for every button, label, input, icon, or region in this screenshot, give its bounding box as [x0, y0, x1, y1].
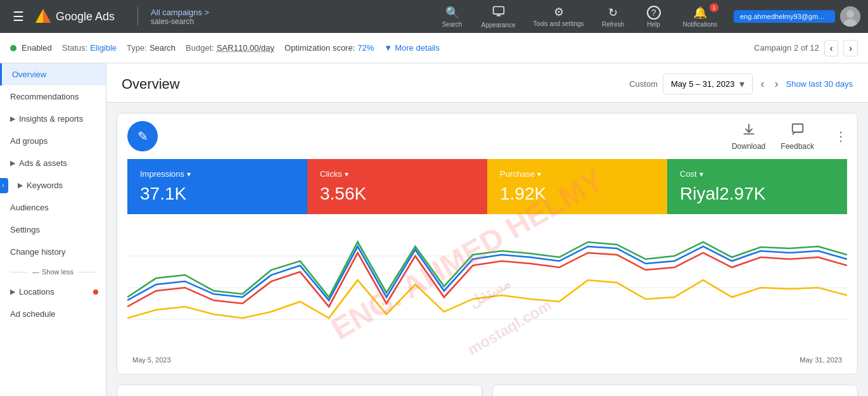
chart-wrapper: ENG. AHMED HELMYمستقلmostaql.com: [127, 224, 847, 354]
opt-value: 72%: [357, 43, 374, 53]
campaign-name: sales-search: [151, 17, 209, 26]
date-picker-button[interactable]: May 5 – 31, 2023 ▾: [663, 73, 753, 94]
budget-status: Budget: SAR110.00/day: [186, 43, 274, 53]
card-top-actions: Download Feedback ⋮: [732, 122, 847, 151]
show-last-30-button[interactable]: Show last 30 days: [786, 79, 853, 89]
sidebar-item-audiences[interactable]: Audiences: [0, 196, 106, 219]
user-email[interactable]: eng.ahmedhelmy93@gmail.co...: [734, 10, 835, 23]
keywords-label: Keywords: [27, 181, 63, 190]
more-details-label: More details: [395, 43, 440, 53]
top-navigation: ☰ Google Ads All campaigns > sales-searc…: [0, 0, 868, 33]
svg-rect-3: [496, 15, 501, 16]
cost-value: Riyal2.97K: [680, 184, 834, 204]
tools-label: Tools and settings: [533, 20, 584, 28]
expand-icon: ▶: [10, 159, 15, 167]
notifications-label: Notifications: [683, 21, 717, 28]
campaign-breadcrumb[interactable]: All campaigns >: [151, 8, 209, 17]
audiences-label: Audiences: [10, 203, 49, 212]
sidebar-item-ads-assets[interactable]: ▶ Ads & assets: [0, 152, 106, 174]
card-top-bar: ✎ Download: [117, 113, 857, 159]
svg-rect-2: [493, 6, 504, 14]
purchase-arrow-icon: ▾: [537, 170, 541, 179]
show-less-button[interactable]: — Show less: [32, 268, 73, 276]
clicks-arrow-icon: ▾: [345, 170, 348, 179]
sidebar-item-overview[interactable]: Overview: [0, 63, 106, 86]
feedback-action-button[interactable]: Feedback: [781, 122, 814, 151]
sidebar-item-ad-schedule[interactable]: Ad schedule: [0, 303, 106, 325]
campaign-navigation: Campaign 2 of 12 ‹ ›: [754, 40, 858, 56]
prev-campaign-button[interactable]: ‹: [824, 40, 839, 56]
next-campaign-button[interactable]: ›: [843, 40, 858, 56]
user-section: eng.ahmedhelmy93@gmail.co...: [734, 6, 860, 27]
impressions-metric[interactable]: Impressions ▾ 37.1K: [127, 159, 307, 214]
search-icon: 🔍: [445, 6, 459, 20]
impressions-value: 37.1K: [140, 184, 295, 204]
main-layout: Overview Recommendations ▶ Insights & re…: [0, 63, 868, 396]
ad-schedule-label: Ad schedule: [10, 309, 56, 319]
insights-label: Insights & reports: [19, 114, 83, 124]
status-label: Status:: [62, 43, 87, 53]
avatar-icon: [840, 6, 860, 27]
chevron-down-icon: ▼: [384, 43, 392, 53]
tools-icon: ⚙: [554, 5, 564, 19]
download-icon: [742, 122, 756, 139]
ads-assets-label: Ads & assets: [19, 158, 67, 168]
section-divider: [79, 272, 96, 272]
recommendations-row: Recommendation ⋮ Recommendation ⋮: [117, 385, 858, 396]
adgroups-label: Ad groups: [10, 136, 48, 146]
locations-label: Locations: [19, 287, 54, 297]
recommendations-label: Recommendations: [10, 92, 79, 101]
sidebar-item-settings[interactable]: Settings: [0, 219, 106, 241]
cost-metric[interactable]: Cost ▾ Riyal2.97K: [667, 159, 847, 214]
sidebar-item-adgroups[interactable]: Ad groups: [0, 130, 106, 152]
sidebar-item-keywords[interactable]: › ▶ Keywords: [0, 174, 106, 196]
google-logo-icon: [34, 8, 52, 25]
expand-icon: ▶: [18, 181, 23, 189]
impressions-arrow-icon: ▾: [187, 170, 191, 179]
clicks-metric[interactable]: Clicks ▾ 3.56K: [307, 159, 487, 214]
sidebar-item-recommendations[interactable]: Recommendations: [0, 86, 106, 108]
campaign-position: Campaign 2 of 12: [754, 43, 819, 53]
chart-svg: [127, 224, 847, 351]
overview-card: ✎ Download: [117, 113, 858, 374]
optimization-status: Optimization score: 72%: [284, 43, 374, 53]
sidebar-item-locations[interactable]: ▶ Locations: [0, 281, 106, 303]
date-range-value: May 5 – 31, 2023: [671, 79, 734, 89]
google-ads-text: Google Ads: [56, 10, 115, 23]
sidebar-item-insights[interactable]: ▶ Insights & reports: [0, 108, 106, 130]
sidebar: Overview Recommendations ▶ Insights & re…: [0, 63, 106, 396]
more-options-button[interactable]: ⋮: [834, 129, 847, 144]
show-less-label: Show less: [42, 268, 73, 276]
refresh-nav-button[interactable]: ↻ Refresh: [596, 3, 631, 30]
refresh-label: Refresh: [602, 21, 624, 28]
show-less-section: — Show less: [0, 263, 106, 281]
appearance-nav-button[interactable]: Appearance: [475, 3, 522, 31]
type-value: Search: [150, 43, 176, 53]
notifications-nav-button[interactable]: 🔔 1 Notifications: [677, 3, 724, 30]
download-action-button[interactable]: Download: [732, 122, 765, 151]
avatar[interactable]: [840, 6, 860, 27]
svg-rect-8: [792, 124, 803, 132]
expand-icon: ▶: [10, 115, 15, 123]
change-history-label: Change history: [10, 247, 65, 257]
purchase-metric[interactable]: Purchase ▾ 1.92K: [487, 159, 667, 214]
status-dot-icon: [10, 45, 16, 51]
hamburger-menu[interactable]: ☰: [8, 6, 29, 27]
chevron-down-icon: ▾: [739, 78, 744, 90]
date-next-button[interactable]: ›: [772, 75, 781, 93]
date-prev-button[interactable]: ‹: [758, 75, 767, 93]
feedback-icon: [791, 122, 805, 139]
search-nav-button[interactable]: 🔍 Search: [435, 3, 470, 30]
cost-label: Cost ▾: [680, 169, 834, 179]
sidebar-item-change-history[interactable]: Change history: [0, 241, 106, 263]
help-nav-button[interactable]: ? Help: [636, 3, 672, 30]
tools-settings-nav-button[interactable]: ⚙ Tools and settings: [527, 3, 590, 30]
svg-marker-1: [43, 9, 51, 23]
nav-divider: [137, 7, 138, 26]
cost-arrow-icon: ▾: [699, 170, 703, 179]
help-label: Help: [647, 21, 660, 28]
more-details-button[interactable]: ▼ More details: [384, 43, 440, 53]
edit-fab-button[interactable]: ✎: [127, 121, 158, 151]
minus-icon: —: [32, 268, 39, 276]
status-eligible: Status: Eligible: [62, 43, 117, 53]
